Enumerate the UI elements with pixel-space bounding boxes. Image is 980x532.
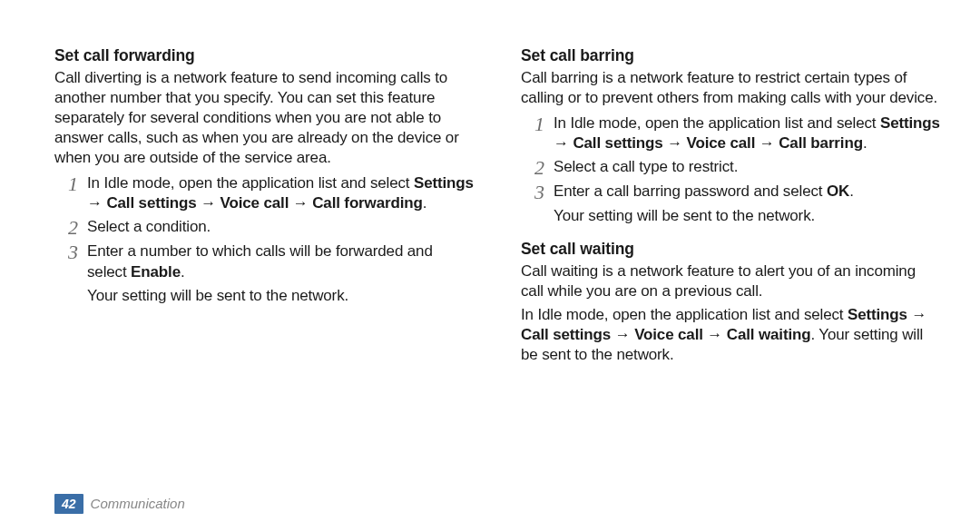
result-text: Your setting will be sent to the network… (521, 206, 942, 226)
text: . (181, 263, 185, 281)
text: In Idle mode, open the application list … (521, 306, 848, 323)
step-2: 2 Select a condition. (54, 217, 475, 238)
left-column: Set call forwarding Call diverting is a … (54, 45, 475, 472)
instruction-call-waiting: In Idle mode, open the application list … (521, 305, 942, 365)
step-text: In Idle mode, open the application list … (554, 113, 942, 153)
text: . (423, 194, 427, 212)
two-column-layout: Set call forwarding Call diverting is a … (54, 45, 942, 472)
step-text: In Idle mode, open the application list … (87, 173, 475, 213)
intro-call-barring: Call barring is a network feature to res… (521, 68, 942, 108)
step-3: 3 Enter a call barring password and sele… (521, 182, 942, 202)
step-number: 1 (62, 173, 78, 194)
step-1: 1 In Idle mode, open the application lis… (521, 113, 942, 153)
step-text: Select a condition. (87, 217, 475, 237)
section-label: Communication (91, 495, 185, 513)
step-number: 2 (528, 157, 544, 178)
step-number: 3 (62, 241, 78, 262)
right-column: Set call barring Call barring is a netwo… (521, 45, 942, 472)
text: . (849, 182, 854, 200)
text: In Idle mode, open the application list … (87, 174, 414, 192)
steps-call-forwarding: 1 In Idle mode, open the application lis… (54, 173, 475, 305)
result-text: Your setting will be sent to the network… (54, 286, 475, 306)
step-text: Enter a number to which calls will be fo… (87, 241, 475, 281)
step-text: Select a call type to restrict. (554, 157, 942, 177)
step-2: 2 Select a call type to restrict. (521, 157, 942, 178)
heading-call-waiting: Set call waiting (521, 239, 942, 260)
step-text: Enter a call barring password and select… (554, 182, 942, 202)
page-footer: 42 Communication (54, 488, 942, 514)
step-number: 3 (528, 182, 544, 202)
text: In Idle mode, open the application list … (554, 114, 880, 132)
steps-call-barring: 1 In Idle mode, open the application lis… (521, 113, 942, 226)
document-page: Set call forwarding Call diverting is a … (0, 0, 980, 532)
text: . (863, 134, 867, 152)
text: Enter a call barring password and select (554, 182, 827, 200)
intro-call-forwarding: Call diverting is a network feature to s… (54, 68, 475, 168)
heading-call-barring: Set call barring (521, 45, 942, 66)
step-3: 3 Enter a number to which calls will be … (54, 241, 475, 281)
heading-call-forwarding: Set call forwarding (54, 45, 475, 66)
step-1: 1 In Idle mode, open the application lis… (54, 173, 475, 213)
bold-enable: Enable (131, 263, 181, 281)
intro-call-waiting: Call waiting is a network feature to ale… (521, 261, 942, 301)
step-number: 2 (62, 217, 78, 238)
page-number: 42 (54, 494, 83, 514)
step-number: 1 (528, 113, 544, 134)
bold-ok: OK (827, 182, 849, 200)
